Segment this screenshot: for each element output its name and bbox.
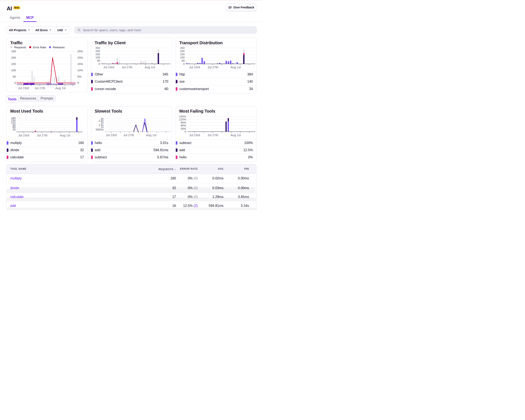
svg-text:30: 30 [12,128,15,131]
svg-text:Jul 23rd: Jul 23rd [18,86,29,90]
svg-text:0: 0 [77,81,79,84]
svg-text:Aug 1st: Aug 1st [146,133,156,137]
svg-text:90%: 90% [180,121,186,124]
svg-text:Aug 1st: Aug 1st [60,134,70,137]
svg-text:20%: 20% [77,56,83,59]
svg-text:150: 150 [11,62,16,65]
svg-text:Aug 1st: Aug 1st [55,86,66,90]
svg-text:Jul 23rd: Jul 23rd [103,65,114,69]
svg-text:Jul 27th: Jul 27th [37,134,47,137]
svg-text:Jul 23rd: Jul 23rd [18,134,29,137]
svg-text:150: 150 [95,53,100,56]
svg-text:Jul 23rd: Jul 23rd [106,133,117,137]
svg-text:10%: 10% [77,69,83,72]
svg-text:Aug 1st: Aug 1st [230,133,241,137]
svg-text:200: 200 [11,56,16,59]
svg-text:500ms: 500ms [96,128,103,131]
svg-text:60%: 60% [180,124,186,127]
svg-text:50: 50 [13,75,16,78]
svg-text:5%: 5% [77,75,81,78]
svg-text:50: 50 [97,59,100,62]
svg-text:50: 50 [181,59,184,62]
svg-text:250: 250 [180,46,185,50]
svg-text:250: 250 [95,46,100,50]
svg-text:200: 200 [180,50,185,53]
svg-text:0: 0 [14,81,16,84]
svg-text:120%: 120% [179,118,186,121]
svg-text:0: 0 [184,130,186,133]
svg-text:Jul 27th: Jul 27th [207,65,218,69]
svg-text:0: 0 [183,62,184,65]
svg-text:100: 100 [95,56,100,59]
svg-text:Aug 1st: Aug 1st [145,65,155,69]
svg-text:30%: 30% [180,127,186,130]
svg-text:Jul 27th: Jul 27th [207,133,218,137]
svg-text:Jul 27th: Jul 27th [123,133,134,137]
svg-text:Jul 23rd: Jul 23rd [189,65,200,69]
svg-text:0: 0 [98,62,100,65]
svg-text:200: 200 [95,50,100,53]
svg-text:Jul 27th: Jul 27th [122,65,132,69]
svg-text:Aug 1st: Aug 1st [230,65,241,69]
svg-text:250: 250 [11,50,16,53]
svg-text:150: 150 [180,53,185,56]
svg-text:100: 100 [11,69,16,72]
svg-text:Jul 23rd: Jul 23rd [189,133,200,137]
svg-text:15%: 15% [77,62,83,65]
svg-text:25%: 25% [77,50,83,53]
svg-text:Jul 27th: Jul 27th [34,86,45,90]
svg-text:100: 100 [180,56,185,59]
svg-text:150%: 150% [179,115,186,118]
